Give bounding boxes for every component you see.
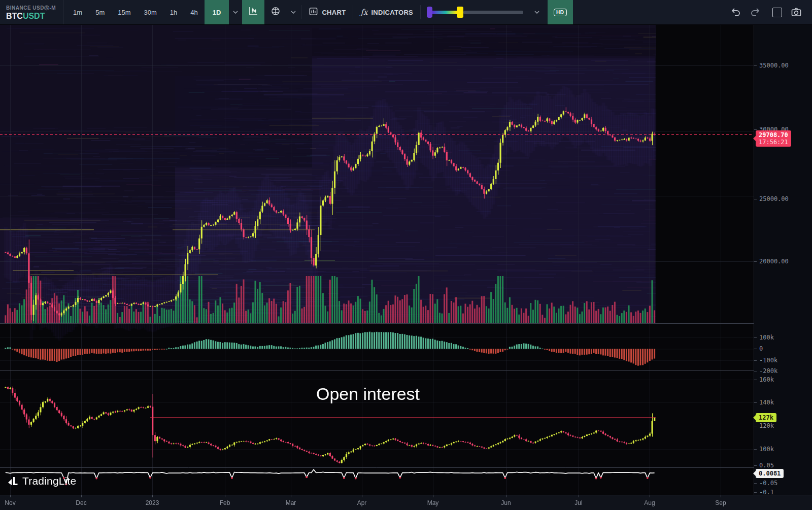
axis-tick — [754, 449, 757, 450]
current-price-tag: 29708.7017:56:21 — [756, 130, 791, 147]
screenshot-button[interactable] — [787, 0, 806, 24]
axis-tick — [754, 402, 757, 403]
time-axis-tick — [225, 495, 225, 497]
toolbar-divider — [353, 5, 353, 19]
axis-tick — [754, 199, 757, 199]
time-axis-label: 2023 — [146, 499, 159, 506]
tradinglite-icon — [7, 475, 19, 487]
bar-countdown: 17:56:21 — [759, 139, 788, 146]
toolbar-divider — [420, 5, 421, 19]
time-axis-label: Nov — [5, 499, 15, 506]
fullscreen-button[interactable] — [767, 0, 787, 24]
price-axis-label: -200k — [759, 367, 777, 375]
slider-track[interactable] — [463, 11, 523, 14]
open-interest-watermark: Open interest — [316, 384, 420, 404]
price-axis-label: 20000.00 — [759, 258, 789, 265]
toolbar-right-tools — [726, 0, 812, 24]
time-axis-label: Jun — [501, 499, 511, 506]
tf-button-30m[interactable]: 30m — [138, 0, 163, 24]
toolbar-divider — [301, 5, 301, 19]
time-axis-tick — [10, 495, 11, 497]
tf-button-1h[interactable]: 1h — [163, 0, 184, 24]
axis-tick — [754, 465, 757, 466]
symbol-selector[interactable]: BINANCE USDⓈ-M BTCUSDT — [0, 0, 63, 24]
palette-chevron-icon[interactable] — [530, 0, 544, 24]
axis-tick — [754, 337, 757, 338]
candle-style-button[interactable] — [242, 0, 264, 24]
time-axis-tick — [362, 495, 362, 497]
tf-button-15m[interactable]: 15m — [111, 0, 137, 24]
price-axis-label: 140k — [759, 399, 774, 406]
time-axis[interactable]: NovDec2023FebMarAprMayJunJulAugSep — [0, 495, 812, 510]
time-axis-label: Aug — [644, 499, 655, 506]
indicators-button-label: INDICATORS — [371, 9, 413, 16]
hd-toggle-button[interactable]: HD — [548, 0, 572, 24]
chart-button-label: CHART — [322, 9, 346, 16]
timeframe-chevron-icon[interactable] — [229, 0, 242, 24]
slider-gradient-track[interactable] — [432, 11, 457, 14]
timeframe-group: 1m5m15m30m1h4h1D — [66, 0, 229, 24]
globe-icon — [270, 6, 281, 18]
axis-tick — [754, 65, 757, 66]
time-axis-label: Mar — [286, 499, 296, 506]
price-axis-label: 160k — [759, 376, 774, 383]
oi-value-tag: 127k — [756, 413, 776, 422]
redo-button[interactable] — [746, 0, 765, 24]
axis-tick — [754, 129, 757, 130]
exchange-label: BINANCE USDⓈ-M — [6, 5, 56, 12]
hd-icon: HD — [554, 9, 566, 16]
tradinglite-wordmark: TradingLite — [22, 475, 76, 487]
price-axis-label: 120k — [759, 422, 774, 429]
tf-button-1m[interactable]: 1m — [66, 0, 89, 24]
axis-tick — [754, 349, 757, 349]
time-axis-label: Sep — [715, 499, 726, 506]
price-axis[interactable]: 35000.0030000.0025000.0020000.00100k0-10… — [754, 24, 812, 495]
time-axis-tick — [433, 495, 433, 497]
tf-button-1D[interactable]: 1D — [205, 0, 229, 24]
slider-value-handle[interactable] — [457, 7, 463, 18]
price-axis-label: -0.05 — [759, 480, 777, 487]
toolbar: BINANCE USDⓈ-M BTCUSDT 1m5m15m30m1h4h1D — [0, 0, 812, 25]
axis-tick — [754, 483, 757, 484]
fx-icon: ƒx — [360, 8, 367, 17]
candlestick-icon — [248, 6, 258, 18]
price-axis-label: 100k — [759, 446, 774, 453]
time-axis-tick — [81, 495, 82, 497]
funding-value-tag: 0.0081 — [756, 469, 784, 478]
price-axis-label: 25000.00 — [759, 195, 789, 202]
indicators-button[interactable]: ƒx INDICATORS — [354, 0, 419, 24]
tf-button-4h[interactable]: 4h — [184, 0, 204, 24]
tf-button-5m[interactable]: 5m — [89, 0, 111, 24]
chart-layout-icon — [309, 7, 318, 18]
axis-tick — [754, 380, 757, 380]
price-axis-label: 35000.00 — [759, 62, 789, 69]
symbol-label: BTCUSDT — [6, 12, 56, 20]
time-axis-label: Jul — [574, 499, 582, 506]
chart-canvas[interactable] — [0, 24, 754, 495]
axis-tick — [754, 360, 757, 361]
time-axis-tick — [721, 495, 721, 497]
axis-tick — [754, 426, 757, 426]
price-axis-label: 0 — [759, 345, 763, 352]
heatmap-style-button[interactable] — [264, 0, 287, 24]
time-axis-label: Dec — [76, 499, 86, 506]
time-axis-label: May — [427, 499, 439, 506]
time-axis-tick — [506, 495, 506, 497]
tradinglite-logo: TradingLite — [7, 475, 76, 487]
axis-tick — [754, 492, 757, 493]
tradinglite-app: BINANCE USDⓈ-M BTCUSDT 1m5m15m30m1h4h1D — [0, 0, 812, 510]
style-chevron-icon[interactable] — [287, 0, 300, 24]
time-axis-label: Feb — [220, 499, 230, 506]
price-axis-label: -100k — [759, 357, 777, 364]
heatmap-intensity-slider[interactable] — [427, 0, 523, 24]
time-axis-label: Apr — [357, 499, 367, 506]
chart-button[interactable]: CHART — [302, 0, 352, 24]
time-axis-tick — [579, 495, 579, 497]
square-icon — [772, 8, 782, 17]
axis-tick — [754, 261, 757, 262]
current-price-value: 29708.70 — [759, 131, 788, 139]
undo-button[interactable] — [726, 0, 746, 24]
time-axis-tick — [291, 495, 291, 497]
slider-min-handle[interactable] — [427, 7, 432, 18]
price-axis-label: 0.05 — [759, 462, 774, 469]
